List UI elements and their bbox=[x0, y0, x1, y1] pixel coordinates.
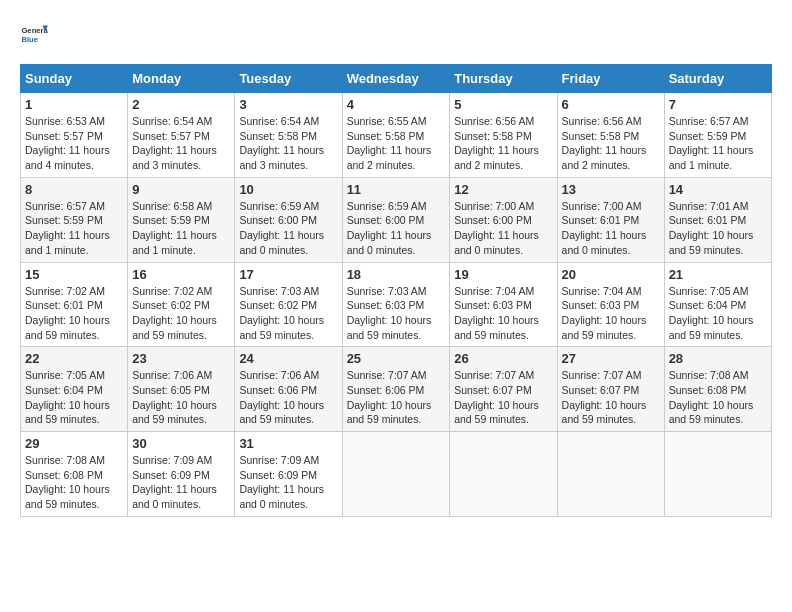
day-number: 11 bbox=[347, 182, 446, 197]
day-number: 29 bbox=[25, 436, 123, 451]
day-number: 30 bbox=[132, 436, 230, 451]
day-number: 25 bbox=[347, 351, 446, 366]
header: General Blue bbox=[20, 20, 772, 48]
day-number: 20 bbox=[562, 267, 660, 282]
day-number: 22 bbox=[25, 351, 123, 366]
calendar-header-friday: Friday bbox=[557, 65, 664, 93]
day-number: 31 bbox=[239, 436, 337, 451]
calendar-cell: 4Sunrise: 6:55 AMSunset: 5:58 PMDaylight… bbox=[342, 93, 450, 178]
day-info: Sunrise: 7:04 AMSunset: 6:03 PMDaylight:… bbox=[562, 284, 660, 343]
calendar-header-saturday: Saturday bbox=[664, 65, 771, 93]
calendar-cell: 11Sunrise: 6:59 AMSunset: 6:00 PMDayligh… bbox=[342, 177, 450, 262]
day-info: Sunrise: 6:55 AMSunset: 5:58 PMDaylight:… bbox=[347, 114, 446, 173]
calendar-cell: 22Sunrise: 7:05 AMSunset: 6:04 PMDayligh… bbox=[21, 347, 128, 432]
day-number: 5 bbox=[454, 97, 552, 112]
calendar-cell: 3Sunrise: 6:54 AMSunset: 5:58 PMDaylight… bbox=[235, 93, 342, 178]
day-info: Sunrise: 6:54 AMSunset: 5:58 PMDaylight:… bbox=[239, 114, 337, 173]
calendar-week-row: 8Sunrise: 6:57 AMSunset: 5:59 PMDaylight… bbox=[21, 177, 772, 262]
calendar-cell: 12Sunrise: 7:00 AMSunset: 6:00 PMDayligh… bbox=[450, 177, 557, 262]
day-number: 17 bbox=[239, 267, 337, 282]
calendar-cell: 19Sunrise: 7:04 AMSunset: 6:03 PMDayligh… bbox=[450, 262, 557, 347]
day-number: 13 bbox=[562, 182, 660, 197]
svg-text:Blue: Blue bbox=[21, 35, 38, 44]
day-number: 21 bbox=[669, 267, 767, 282]
day-number: 27 bbox=[562, 351, 660, 366]
day-info: Sunrise: 7:08 AMSunset: 6:08 PMDaylight:… bbox=[25, 453, 123, 512]
day-info: Sunrise: 6:59 AMSunset: 6:00 PMDaylight:… bbox=[239, 199, 337, 258]
day-info: Sunrise: 7:01 AMSunset: 6:01 PMDaylight:… bbox=[669, 199, 767, 258]
logo-icon: General Blue bbox=[20, 20, 48, 48]
day-number: 8 bbox=[25, 182, 123, 197]
day-info: Sunrise: 7:08 AMSunset: 6:08 PMDaylight:… bbox=[669, 368, 767, 427]
day-info: Sunrise: 7:06 AMSunset: 6:06 PMDaylight:… bbox=[239, 368, 337, 427]
day-info: Sunrise: 7:03 AMSunset: 6:03 PMDaylight:… bbox=[347, 284, 446, 343]
calendar-cell: 17Sunrise: 7:03 AMSunset: 6:02 PMDayligh… bbox=[235, 262, 342, 347]
day-info: Sunrise: 6:53 AMSunset: 5:57 PMDaylight:… bbox=[25, 114, 123, 173]
day-number: 23 bbox=[132, 351, 230, 366]
day-info: Sunrise: 7:02 AMSunset: 6:02 PMDaylight:… bbox=[132, 284, 230, 343]
calendar-cell: 9Sunrise: 6:58 AMSunset: 5:59 PMDaylight… bbox=[128, 177, 235, 262]
calendar-cell: 27Sunrise: 7:07 AMSunset: 6:07 PMDayligh… bbox=[557, 347, 664, 432]
calendar-cell: 26Sunrise: 7:07 AMSunset: 6:07 PMDayligh… bbox=[450, 347, 557, 432]
day-info: Sunrise: 7:07 AMSunset: 6:06 PMDaylight:… bbox=[347, 368, 446, 427]
day-info: Sunrise: 7:05 AMSunset: 6:04 PMDaylight:… bbox=[669, 284, 767, 343]
calendar-cell: 6Sunrise: 6:56 AMSunset: 5:58 PMDaylight… bbox=[557, 93, 664, 178]
day-number: 9 bbox=[132, 182, 230, 197]
day-info: Sunrise: 7:06 AMSunset: 6:05 PMDaylight:… bbox=[132, 368, 230, 427]
calendar-header-sunday: Sunday bbox=[21, 65, 128, 93]
day-info: Sunrise: 7:05 AMSunset: 6:04 PMDaylight:… bbox=[25, 368, 123, 427]
day-number: 15 bbox=[25, 267, 123, 282]
calendar-cell: 10Sunrise: 6:59 AMSunset: 6:00 PMDayligh… bbox=[235, 177, 342, 262]
calendar-cell: 16Sunrise: 7:02 AMSunset: 6:02 PMDayligh… bbox=[128, 262, 235, 347]
day-info: Sunrise: 6:59 AMSunset: 6:00 PMDaylight:… bbox=[347, 199, 446, 258]
day-info: Sunrise: 6:56 AMSunset: 5:58 PMDaylight:… bbox=[454, 114, 552, 173]
day-info: Sunrise: 7:07 AMSunset: 6:07 PMDaylight:… bbox=[562, 368, 660, 427]
calendar-cell: 14Sunrise: 7:01 AMSunset: 6:01 PMDayligh… bbox=[664, 177, 771, 262]
day-number: 24 bbox=[239, 351, 337, 366]
calendar-week-row: 22Sunrise: 7:05 AMSunset: 6:04 PMDayligh… bbox=[21, 347, 772, 432]
day-number: 4 bbox=[347, 97, 446, 112]
calendar-cell: 13Sunrise: 7:00 AMSunset: 6:01 PMDayligh… bbox=[557, 177, 664, 262]
calendar-cell bbox=[557, 432, 664, 517]
calendar-header-thursday: Thursday bbox=[450, 65, 557, 93]
calendar-cell: 2Sunrise: 6:54 AMSunset: 5:57 PMDaylight… bbox=[128, 93, 235, 178]
calendar-cell: 1Sunrise: 6:53 AMSunset: 5:57 PMDaylight… bbox=[21, 93, 128, 178]
calendar-cell: 31Sunrise: 7:09 AMSunset: 6:09 PMDayligh… bbox=[235, 432, 342, 517]
calendar-cell: 25Sunrise: 7:07 AMSunset: 6:06 PMDayligh… bbox=[342, 347, 450, 432]
day-number: 12 bbox=[454, 182, 552, 197]
calendar-cell: 15Sunrise: 7:02 AMSunset: 6:01 PMDayligh… bbox=[21, 262, 128, 347]
calendar-cell bbox=[664, 432, 771, 517]
day-number: 10 bbox=[239, 182, 337, 197]
calendar-week-row: 29Sunrise: 7:08 AMSunset: 6:08 PMDayligh… bbox=[21, 432, 772, 517]
calendar-cell bbox=[342, 432, 450, 517]
day-number: 6 bbox=[562, 97, 660, 112]
day-number: 18 bbox=[347, 267, 446, 282]
day-number: 14 bbox=[669, 182, 767, 197]
calendar-cell: 5Sunrise: 6:56 AMSunset: 5:58 PMDaylight… bbox=[450, 93, 557, 178]
day-info: Sunrise: 6:58 AMSunset: 5:59 PMDaylight:… bbox=[132, 199, 230, 258]
day-number: 7 bbox=[669, 97, 767, 112]
day-info: Sunrise: 6:56 AMSunset: 5:58 PMDaylight:… bbox=[562, 114, 660, 173]
calendar-table: SundayMondayTuesdayWednesdayThursdayFrid… bbox=[20, 64, 772, 517]
day-info: Sunrise: 7:03 AMSunset: 6:02 PMDaylight:… bbox=[239, 284, 337, 343]
day-info: Sunrise: 6:57 AMSunset: 5:59 PMDaylight:… bbox=[25, 199, 123, 258]
day-number: 3 bbox=[239, 97, 337, 112]
calendar-cell: 21Sunrise: 7:05 AMSunset: 6:04 PMDayligh… bbox=[664, 262, 771, 347]
day-number: 19 bbox=[454, 267, 552, 282]
day-info: Sunrise: 6:54 AMSunset: 5:57 PMDaylight:… bbox=[132, 114, 230, 173]
calendar-week-row: 15Sunrise: 7:02 AMSunset: 6:01 PMDayligh… bbox=[21, 262, 772, 347]
calendar-week-row: 1Sunrise: 6:53 AMSunset: 5:57 PMDaylight… bbox=[21, 93, 772, 178]
calendar-cell: 28Sunrise: 7:08 AMSunset: 6:08 PMDayligh… bbox=[664, 347, 771, 432]
calendar-header-tuesday: Tuesday bbox=[235, 65, 342, 93]
day-info: Sunrise: 6:57 AMSunset: 5:59 PMDaylight:… bbox=[669, 114, 767, 173]
day-number: 1 bbox=[25, 97, 123, 112]
calendar-cell: 23Sunrise: 7:06 AMSunset: 6:05 PMDayligh… bbox=[128, 347, 235, 432]
day-number: 16 bbox=[132, 267, 230, 282]
calendar-cell: 30Sunrise: 7:09 AMSunset: 6:09 PMDayligh… bbox=[128, 432, 235, 517]
day-info: Sunrise: 7:00 AMSunset: 6:01 PMDaylight:… bbox=[562, 199, 660, 258]
calendar-cell: 20Sunrise: 7:04 AMSunset: 6:03 PMDayligh… bbox=[557, 262, 664, 347]
calendar-cell: 8Sunrise: 6:57 AMSunset: 5:59 PMDaylight… bbox=[21, 177, 128, 262]
calendar-cell bbox=[450, 432, 557, 517]
logo: General Blue bbox=[20, 20, 52, 48]
day-number: 2 bbox=[132, 97, 230, 112]
